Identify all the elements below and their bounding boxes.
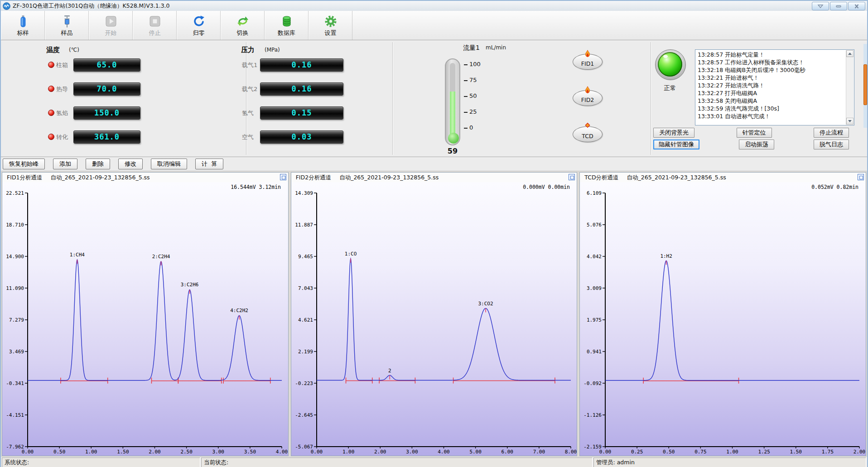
detector-button-fid1[interactable]: FID1 (573, 54, 603, 70)
svg-text:3:C2H6: 3:C2H6 (181, 282, 199, 288)
svg-text:3.009: 3.009 (587, 285, 602, 291)
maximize-icon[interactable] (280, 174, 286, 180)
toolbar-button-label: 停止 (149, 29, 161, 37)
log-box[interactable]: 13:28:57 开始标气定量！13:28:57 工作站进入标样预备采集状态！1… (695, 49, 854, 125)
svg-text:1:CH4: 1:CH4 (70, 252, 85, 258)
maximize-icon[interactable] (569, 174, 575, 180)
edit-button-1[interactable]: 恢复初始峰 (3, 159, 45, 169)
toolbar-button-3[interactable]: 开始 (89, 11, 133, 40)
svg-text:4.042: 4.042 (587, 254, 602, 260)
svg-text:5.076: 5.076 (587, 222, 602, 228)
log-line: 13:28:57 工作站进入标样预备采集状态！ (698, 58, 845, 66)
svg-text:0.052mV 0.82min: 0.052mV 0.82min (811, 184, 858, 190)
svg-text:18.710: 18.710 (6, 222, 24, 228)
toolbar-button-label: 数据库 (278, 29, 295, 37)
toolbar-button-8[interactable]: 设置 (309, 11, 352, 40)
log-buttons: 关闭背景光针管定位停止流程隐藏针管图像启动振荡脱气日志 (653, 128, 849, 151)
svg-text:3.00: 3.00 (406, 449, 418, 455)
chromatogram-curve (317, 259, 571, 380)
chart-panel-fid2: FID2分析通道 自动_265_2021-09-23_132856_5.ss 1… (291, 172, 578, 456)
svg-text:2.00: 2.00 (374, 449, 386, 455)
status-light-green (658, 52, 682, 77)
close-icon (854, 4, 860, 9)
detector-button-fid2[interactable]: FID2 (573, 90, 603, 106)
svg-text:0.00: 0.00 (599, 449, 612, 455)
flow-value: 59 (437, 147, 468, 155)
flow-tick-label: 0 (469, 124, 473, 131)
maximize-icon[interactable] (858, 174, 864, 180)
status-led (48, 110, 54, 116)
chromatogram-plot-fid2[interactable]: 14.30911.8879.4657.0434.6212.199-0.223-2… (291, 182, 577, 456)
minimize-button[interactable] (830, 2, 847, 10)
control-panel: 温度 (℃) 柱箱65.0热导70.0氢焰150.0转化361.0 压力 (MP… (1, 40, 867, 157)
pressure-value-display: 0.16 (260, 58, 343, 72)
svg-text:0.000mV 0.00min: 0.000mV 0.00min (523, 184, 570, 190)
log-scrollbar[interactable] (846, 50, 854, 125)
chart-panel-tcd: TCD分析通道 自动_265_2021-09-23_132856_5.ss 6.… (579, 172, 866, 456)
svg-text:5.00: 5.00 (469, 449, 482, 455)
svg-text:6.109: 6.109 (587, 190, 602, 196)
svg-text:3:CO2: 3:CO2 (478, 301, 493, 307)
admin-cell: 管理员: admin (593, 457, 866, 467)
svg-text:3.50: 3.50 (244, 449, 256, 455)
scroll-down-icon[interactable] (846, 118, 854, 125)
toolbar-button-7[interactable]: 数据库 (265, 11, 309, 40)
detector-button-tcd[interactable]: TCD (573, 126, 603, 142)
scroll-up-icon[interactable] (846, 50, 854, 57)
edit-button-2[interactable]: 添加 (53, 159, 77, 169)
chart-file-label: 自动_265_2021-09-23_132856_5.ss (627, 174, 726, 181)
button-4[interactable]: 隐藏针管图像 (653, 140, 699, 149)
svg-text:0.941: 0.941 (587, 349, 602, 355)
button-5[interactable]: 启动振荡 (739, 140, 774, 149)
chromatogram-plot-tcd[interactable]: 6.1095.0764.0423.0091.9750.941-0.092-1.1… (580, 182, 866, 456)
edge-scroll-thumb[interactable] (863, 64, 867, 105)
edge-scroll-track[interactable] (863, 44, 867, 128)
toolbar-button-2[interactable]: 样品 (45, 11, 89, 40)
chart-file-label: 自动_265_2021-09-23_132856_5.ss (339, 174, 439, 181)
button-1[interactable]: 关闭背景光 (653, 128, 694, 138)
svg-text:14.900: 14.900 (6, 254, 24, 260)
current-status-cell: 当前状态: (201, 457, 593, 467)
edit-button-4[interactable]: 修改 (118, 159, 143, 169)
toolbar-button-5[interactable]: 归零 (177, 11, 221, 40)
edit-button-6[interactable]: 计 算 (195, 159, 223, 169)
svg-text:-2.645: -2.645 (295, 412, 313, 418)
chromatogram-curve (605, 261, 859, 380)
button-3[interactable]: 停止流程 (814, 128, 849, 138)
svg-text:0.75: 0.75 (694, 449, 707, 455)
close-button[interactable] (848, 2, 865, 10)
svg-text:7.279: 7.279 (9, 317, 24, 323)
toolbar-button-4[interactable]: 停止 (133, 11, 177, 40)
edit-button-3[interactable]: 删除 (86, 159, 110, 169)
status-bar: 系统状态: 当前状态: 管理员: admin (1, 457, 867, 467)
toolbar-button-1[interactable]: 标样 (1, 11, 45, 40)
flow-tick (464, 112, 468, 113)
switch-icon (236, 14, 250, 29)
pressure-row-label: 空气 (242, 133, 254, 141)
svg-text:16.544mV 3.12min: 16.544mV 3.12min (231, 184, 281, 190)
svg-text:-4.151: -4.151 (6, 412, 24, 418)
pressure-row-label: 载气1 (242, 61, 257, 69)
detector-label: TCD (582, 133, 593, 140)
log-button-row: 隐藏针管图像启动振荡脱气日志 (653, 140, 849, 149)
log-line: 13:28:57 开始标气定量！ (698, 51, 845, 58)
button-6[interactable]: 脱气日志 (814, 140, 849, 149)
svg-text:4.00: 4.00 (438, 449, 450, 455)
svg-text:1.975: 1.975 (587, 317, 602, 323)
rollup-button[interactable] (812, 2, 829, 10)
chromatogram-svg: 6.1095.0764.0423.0091.9750.941-0.092-1.1… (580, 182, 866, 456)
app-icon (3, 2, 10, 10)
chromatogram-charts: FID1分析通道 自动_265_2021-09-23_132856_5.ss 2… (1, 171, 867, 457)
svg-text:0.25: 0.25 (631, 449, 643, 455)
edit-button-5[interactable]: 取消编辑 (151, 159, 187, 169)
status-led (48, 62, 54, 68)
main-toolbar: 标样样品开始停止归零切换数据库设置 (1, 11, 867, 40)
status-led (48, 134, 54, 140)
panel-separator (651, 42, 651, 155)
chromatogram-plot-fid1[interactable]: 22.52118.71014.90011.0907.2793.469-0.341… (2, 182, 288, 456)
app-window: ZF-301Q色谱工作站(301Q自动（绝缘油）K528.M)V3.1.3.0 … (0, 0, 868, 467)
toolbar-button-6[interactable]: 切换 (221, 11, 265, 40)
flow-tick (464, 80, 468, 81)
svg-text:3.00: 3.00 (212, 449, 225, 455)
button-2[interactable]: 针管定位 (737, 128, 772, 138)
